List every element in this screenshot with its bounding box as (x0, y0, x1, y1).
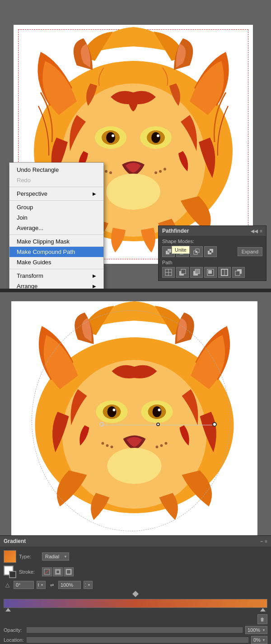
merge-btn[interactable] (190, 267, 203, 278)
stroke-label: Stroke: (19, 569, 39, 575)
menu-average[interactable]: Average... (9, 223, 103, 233)
gradient-mid-handle[interactable] (156, 423, 160, 426)
section-divider (0, 289, 271, 292)
location-slider[interactable] (27, 637, 248, 643)
opacity-select-wrapper[interactable]: 100% (245, 626, 267, 634)
gradient-end-handle[interactable] (212, 422, 217, 427)
gradient-stop-right[interactable] (260, 608, 266, 612)
exclude-btn[interactable] (204, 246, 217, 257)
scale-select[interactable]: 100% (84, 581, 93, 589)
pathfinder-menu-icon[interactable]: ≡ (260, 229, 262, 234)
opacity-slider[interactable] (27, 627, 243, 633)
svg-point-7 (106, 132, 115, 143)
divide-btn[interactable] (162, 267, 175, 278)
svg-rect-25 (196, 251, 197, 253)
opacity-select[interactable]: 100% (245, 626, 267, 634)
stroke-none-icon[interactable] (42, 567, 52, 576)
svg-rect-62 (56, 570, 60, 574)
menu-clipping-mask[interactable]: Make Clipping Mask (9, 236, 103, 247)
stroke-center-icon[interactable] (64, 567, 74, 576)
bottom-canvas (0, 292, 271, 536)
menu-make-guides[interactable]: Make Guides (9, 257, 103, 267)
svg-rect-20 (168, 251, 169, 253)
lion-bottom (11, 301, 257, 536)
gradient-bar-container (4, 599, 267, 612)
gradient-panel-body: Type: Linear Radial Stroke: (0, 547, 271, 644)
svg-line-60 (44, 569, 50, 575)
scale-select-wrapper[interactable]: 100% (84, 581, 93, 589)
expand-button[interactable]: Expand (238, 247, 262, 256)
delete-stop-row: 🗑 (4, 614, 267, 624)
svg-point-48 (107, 406, 117, 417)
svg-rect-33 (181, 269, 186, 274)
menu-compound-path[interactable]: Make Compound Path (9, 247, 103, 257)
svg-point-15 (159, 170, 162, 173)
svg-point-51 (158, 409, 161, 411)
pathfinder-title: Pathfinder (162, 228, 189, 234)
stroke-inside-icon[interactable] (53, 567, 63, 576)
angle-icon: △ (4, 581, 11, 589)
menu-undo[interactable]: Undo Rectangle (9, 165, 103, 175)
svg-point-54 (111, 446, 113, 448)
trim-btn[interactable] (176, 267, 189, 278)
gradient-handle[interactable] (102, 424, 215, 425)
context-menu[interactable]: Undo Rectangle Redo Perspective ▶ Group … (9, 162, 104, 289)
unite-btn[interactable]: Unite (162, 246, 175, 257)
svg-point-16 (154, 171, 157, 174)
menu-separator-4 (9, 269, 103, 269)
gradient-bar[interactable] (4, 599, 267, 608)
unite-tooltip: Unite (172, 246, 190, 254)
svg-rect-28 (210, 251, 211, 253)
gradient-diamond-icon[interactable] (132, 591, 139, 597)
intersect-btn[interactable] (190, 246, 203, 257)
shape-modes-row: Unite Expand (162, 246, 262, 257)
svg-point-53 (106, 444, 109, 447)
menu-transform[interactable]: Transform ▶ (9, 271, 103, 281)
svg-point-8 (151, 132, 160, 143)
gradient-menu-icon[interactable]: ≡ (265, 539, 267, 544)
menu-join[interactable]: Join (9, 212, 103, 223)
menu-arrange[interactable]: Arrange ▶ (9, 281, 103, 289)
stroke-icons-row (42, 567, 74, 576)
location-select-wrapper[interactable]: 0% (251, 636, 267, 644)
gradient-panel-header: Gradient – ≡ (0, 536, 271, 547)
angle-select-wrapper[interactable]: 0° (37, 581, 46, 589)
gradient-type-row: Type: Linear Radial (4, 550, 267, 563)
gradient-center-row (4, 592, 267, 596)
svg-point-14 (164, 168, 166, 170)
pathfinder-ops-row (162, 267, 262, 278)
menu-redo[interactable]: Redo (9, 175, 103, 185)
menu-perspective[interactable]: Perspective ▶ (9, 189, 103, 199)
menu-separator-1 (9, 187, 103, 187)
gradient-collapse-icon[interactable]: – (261, 539, 263, 544)
gradient-stop-left[interactable] (5, 608, 11, 612)
menu-group[interactable]: Group (9, 202, 103, 212)
pathfinder-collapse-icon[interactable]: ◀◀ (251, 229, 258, 234)
location-row: Location: 0% (4, 636, 267, 644)
transform-arrow-icon: ▶ (93, 273, 96, 278)
svg-point-10 (157, 134, 159, 137)
svg-point-58 (107, 448, 162, 484)
svg-point-49 (153, 406, 162, 417)
gradient-start-handle[interactable] (99, 422, 104, 427)
angle-select[interactable]: 0° (37, 581, 46, 589)
reverse-gradient-icon[interactable]: ⇄ (48, 581, 56, 589)
pathfinder-header: Pathfinder ◀◀ ≡ (159, 226, 266, 236)
delete-stop-button[interactable]: 🗑 (257, 614, 267, 624)
svg-point-57 (156, 446, 159, 448)
gradient-panel: Gradient – ≡ Type: Linear Radial (0, 535, 271, 644)
angle-input[interactable] (14, 581, 34, 589)
gradient-type-wrapper[interactable]: Linear Radial (42, 552, 69, 561)
minus-back-btn[interactable] (232, 267, 245, 278)
scale-input[interactable] (58, 581, 81, 589)
location-select[interactable]: 0% (251, 636, 267, 644)
location-label: Location: (4, 637, 24, 643)
gradient-header-icons: – ≡ (261, 539, 267, 544)
perspective-arrow-icon: ▶ (93, 191, 96, 196)
gradient-stroke-swatch[interactable] (4, 566, 16, 578)
pathfinder-panel: Pathfinder ◀◀ ≡ Shape Modes: Unite (158, 225, 266, 281)
crop-btn[interactable] (204, 267, 217, 278)
gradient-type-select[interactable]: Linear Radial (42, 552, 69, 561)
gradient-swatch[interactable] (4, 550, 16, 563)
outline-btn[interactable] (218, 267, 231, 278)
